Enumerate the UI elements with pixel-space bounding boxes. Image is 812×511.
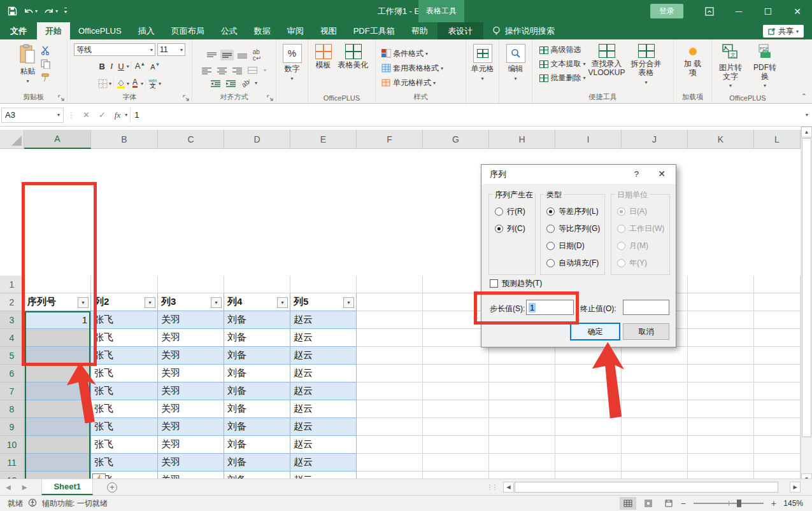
grid-cell-K8[interactable] bbox=[688, 400, 754, 418]
grid-cell-E5[interactable]: 赵云 bbox=[290, 347, 357, 365]
tab-表设计[interactable]: 表设计 bbox=[438, 22, 483, 39]
row-header-4[interactable]: 4 bbox=[0, 329, 24, 347]
row-header-10[interactable]: 10 bbox=[0, 436, 24, 454]
insert-function-icon[interactable]: fx bbox=[110, 110, 125, 120]
undo-button[interactable]: ▾ bbox=[24, 7, 38, 16]
ribbon-display-options-icon[interactable] bbox=[695, 0, 724, 22]
grid-cell-A7[interactable] bbox=[24, 382, 91, 400]
fill-color-caret-icon[interactable]: ▾ bbox=[127, 81, 129, 87]
grid-cell-E3[interactable]: 赵云 bbox=[290, 311, 357, 329]
grid-cell-C7[interactable]: 关羽 bbox=[158, 382, 224, 400]
step-value-input[interactable]: 1 bbox=[526, 300, 574, 315]
grid-cell-K10[interactable] bbox=[688, 436, 754, 454]
grid-cell-B12[interactable]: 张飞 bbox=[91, 472, 158, 479]
grid-cell-K9[interactable] bbox=[688, 418, 754, 436]
clipboard-dialog-launcher-icon[interactable] bbox=[58, 94, 65, 101]
grid-cell-D6[interactable]: 刘备 bbox=[224, 365, 290, 382]
grid-cell-D1[interactable] bbox=[224, 276, 290, 293]
zoom-slider[interactable] bbox=[694, 503, 764, 504]
stop-value-input[interactable] bbox=[623, 300, 669, 315]
row-header-9[interactable]: 9 bbox=[0, 418, 24, 436]
dialog-title[interactable]: 序列 bbox=[481, 165, 676, 184]
grid-cell-C1[interactable] bbox=[158, 276, 224, 293]
scroll-up-icon[interactable]: ▲ bbox=[801, 127, 812, 137]
wrap-text-icon[interactable]: abc↵ bbox=[253, 49, 261, 62]
tab-OfficePLUS[interactable]: OfficePLUS bbox=[70, 22, 130, 39]
column-header-D[interactable]: D bbox=[224, 130, 290, 149]
grid-cell-J11[interactable] bbox=[622, 454, 688, 472]
grid-cell-F7[interactable] bbox=[357, 382, 423, 400]
grid-cell-J6[interactable] bbox=[622, 365, 688, 382]
column-header-G[interactable]: G bbox=[423, 130, 489, 149]
name-box[interactable]: A3▾ bbox=[1, 108, 64, 123]
align-top-icon[interactable] bbox=[207, 52, 217, 59]
column-header-I[interactable]: I bbox=[555, 130, 622, 149]
grid-cell-H12[interactable] bbox=[489, 472, 555, 479]
template-button[interactable]: 模板 bbox=[313, 42, 334, 92]
tab-视图[interactable]: 视图 bbox=[312, 22, 345, 39]
merge-center-icon[interactable] bbox=[248, 66, 258, 76]
grid-cell-L5[interactable] bbox=[754, 347, 801, 365]
confirm-entry-icon[interactable]: ✓ bbox=[94, 110, 110, 120]
grid-cell-L3[interactable] bbox=[754, 311, 801, 329]
zoom-level[interactable]: 145% bbox=[780, 499, 803, 508]
grid-cell-F4[interactable] bbox=[357, 329, 423, 347]
editing-button[interactable]: 编辑▾ bbox=[504, 42, 528, 92]
redo-button[interactable]: ▾ bbox=[44, 7, 58, 16]
grid-cell-I12[interactable] bbox=[555, 472, 622, 479]
grid-cell-D8[interactable]: 刘备 bbox=[224, 400, 290, 418]
radio-列(C)[interactable]: 列(C) bbox=[495, 223, 535, 234]
grid-cell-C2[interactable]: 列3▾ bbox=[158, 293, 224, 311]
column-header-H[interactable]: H bbox=[489, 130, 555, 149]
horizontal-scroll-thumb[interactable] bbox=[515, 482, 778, 493]
normal-view-icon[interactable] bbox=[620, 497, 636, 510]
row-header-5[interactable]: 5 bbox=[0, 347, 24, 365]
align-right-icon[interactable] bbox=[232, 67, 242, 74]
grid-cell-C12[interactable]: 关羽 bbox=[158, 472, 224, 479]
grid-cell-G5[interactable] bbox=[423, 347, 489, 365]
grid-cell-E10[interactable]: 赵云 bbox=[290, 436, 357, 454]
row-header-2[interactable]: 2 bbox=[0, 293, 24, 311]
scroll-left-icon[interactable]: ◀ bbox=[503, 482, 514, 493]
column-header-F[interactable]: F bbox=[357, 130, 423, 149]
column-header-E[interactable]: E bbox=[290, 130, 357, 149]
radio-icon[interactable] bbox=[495, 207, 503, 216]
radio-icon[interactable] bbox=[546, 259, 555, 267]
font-size-combo[interactable]: 11▾ bbox=[157, 43, 185, 56]
grid-cell-D7[interactable]: 刘备 bbox=[224, 382, 290, 400]
add-sheet-icon[interactable]: + bbox=[107, 482, 117, 493]
grid-cell-D10[interactable]: 刘备 bbox=[224, 436, 290, 454]
tell-me-search[interactable]: 操作说明搜索 bbox=[483, 22, 564, 39]
radio-行(R)[interactable]: 行(R) bbox=[495, 206, 535, 217]
grid-cell-G10[interactable] bbox=[423, 436, 489, 454]
grid-cell-E4[interactable]: 赵云 bbox=[290, 329, 357, 347]
grow-font-button[interactable]: A▲ bbox=[132, 60, 148, 71]
grid-cell-I8[interactable] bbox=[555, 400, 622, 418]
grid-cell-D11[interactable]: 刘备 bbox=[224, 454, 290, 472]
radio-icon[interactable] bbox=[546, 207, 555, 216]
phonetic-caret-icon[interactable]: ▾ bbox=[159, 81, 161, 87]
addins-button[interactable]: 加 载项 bbox=[678, 42, 708, 92]
number-format-button[interactable]: % 数字▾ bbox=[280, 42, 304, 92]
grid-cell-H7[interactable] bbox=[489, 382, 555, 400]
grid-cell-G2[interactable] bbox=[423, 293, 489, 311]
close-button[interactable]: ✕ bbox=[783, 0, 812, 22]
grid-cell-I11[interactable] bbox=[555, 454, 622, 472]
grid-cell-E7[interactable]: 赵云 bbox=[290, 382, 357, 400]
picture-to-text-button[interactable]: 文 图片转 文字▾ bbox=[714, 42, 747, 92]
grid-cell-K4[interactable] bbox=[688, 329, 754, 347]
grid-cell-A11[interactable] bbox=[24, 454, 91, 472]
grid-cell-D5[interactable]: 刘备 bbox=[224, 347, 290, 365]
expand-formula-bar-icon[interactable]: ▾ bbox=[802, 112, 812, 118]
grid-cell-B11[interactable]: 张飞 bbox=[91, 454, 158, 472]
radio-icon[interactable] bbox=[546, 225, 555, 233]
grid-cell-I10[interactable] bbox=[555, 436, 622, 454]
grid-cell-G7[interactable] bbox=[423, 382, 489, 400]
grid-cell-G3[interactable] bbox=[423, 311, 489, 329]
grid-cell-G8[interactable] bbox=[423, 400, 489, 418]
tab-帮助[interactable]: 帮助 bbox=[403, 22, 436, 39]
tab-开始[interactable]: 开始 bbox=[37, 22, 70, 39]
row-header-7[interactable]: 7 bbox=[0, 382, 24, 400]
tool-高级筛选[interactable]: 高级筛选 bbox=[539, 45, 585, 55]
grid-cell-L10[interactable] bbox=[754, 436, 801, 454]
